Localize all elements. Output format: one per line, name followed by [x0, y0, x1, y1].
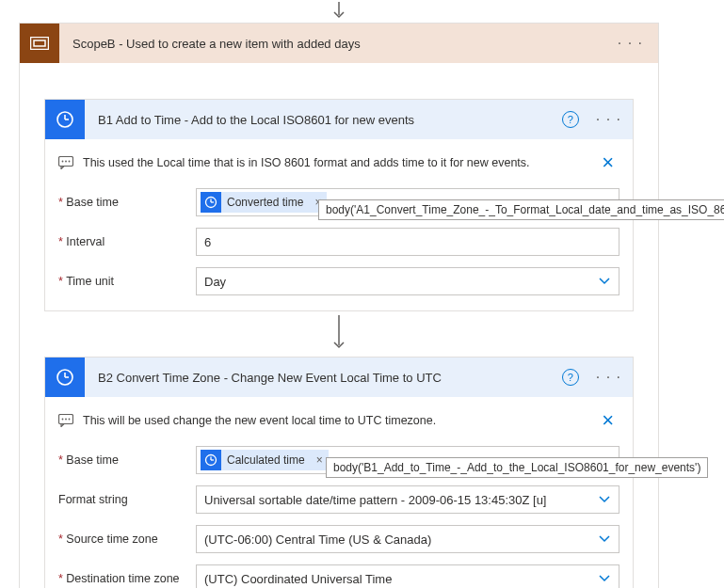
dest-tz-value: (UTC) Coordinated Universal Time [204, 572, 392, 586]
action-b1-header[interactable]: B1 Add to Time - Add to the Local ISO860… [45, 100, 633, 139]
close-icon[interactable]: × [596, 152, 619, 173]
token-label: Calculated time [227, 453, 311, 467]
interval-input[interactable] [196, 228, 619, 256]
svg-point-7 [62, 161, 64, 163]
base-time-tooltip-2: body('B1_Add_to_Time_-_Add_to_the_Local_… [326, 457, 708, 478]
comment-icon [58, 156, 73, 169]
base-time-tooltip: body('A1_Convert_Time_Zone_-_To_Format_L… [318, 199, 724, 220]
clock-icon [201, 192, 221, 213]
scope-icon [20, 24, 59, 63]
action-b2-menu[interactable]: · · · [592, 369, 625, 386]
format-string-select[interactable]: Universal sortable date/time pattern - 2… [196, 485, 619, 514]
chevron-down-icon [598, 493, 611, 507]
svg-point-18 [62, 419, 64, 421]
dest-tz-label: Destination time zone [58, 572, 196, 585]
svg-point-19 [65, 419, 67, 421]
base-time-label-2: Base time [58, 453, 196, 467]
action-b2-header[interactable]: B2 Convert Time Zone - Change New Event … [45, 358, 633, 397]
scope-header[interactable]: ScopeB - Used to create a new item with … [20, 24, 658, 63]
comment-icon [58, 414, 73, 427]
close-icon[interactable]: × [596, 410, 619, 431]
action-b2-card: B2 Convert Time Zone - Change New Event … [44, 357, 634, 588]
help-icon[interactable]: ? [562, 111, 579, 128]
action-b2-title: B2 Convert Time Zone - Change New Event … [85, 371, 562, 385]
token-label: Converted time [227, 196, 309, 209]
chevron-down-icon [598, 572, 611, 586]
chevron-down-icon [598, 532, 611, 547]
dest-tz-select[interactable]: (UTC) Coordinated Universal Time [196, 564, 619, 588]
action-b2-comment-row: This will be used change the new event l… [45, 397, 633, 440]
clock-icon [45, 358, 85, 397]
source-tz-label: Source time zone [58, 532, 196, 546]
scope-card: ScopeB - Used to create a new item with … [19, 23, 659, 588]
format-string-label: Format string [58, 493, 196, 506]
time-unit-select[interactable]: Day [196, 267, 619, 295]
source-tz-select[interactable]: (UTC-06:00) Central Time (US & Canada) [196, 525, 619, 553]
clock-icon [45, 100, 85, 139]
action-b1-comment: This used the Local time that is in ISO … [83, 156, 596, 169]
format-string-value: Universal sortable date/time pattern - 2… [204, 493, 547, 507]
base-time-label: Base time [58, 196, 196, 209]
action-b1-menu[interactable]: · · · [592, 111, 625, 128]
time-unit-label: Time unit [58, 275, 196, 288]
help-icon[interactable]: ? [562, 369, 579, 386]
source-tz-value: (UTC-06:00) Central Time (US & Canada) [204, 532, 431, 547]
time-unit-value: Day [204, 275, 226, 289]
chevron-down-icon [598, 275, 611, 289]
action-b1-title: B1 Add to Time - Add to the Local ISO860… [85, 113, 562, 127]
clock-icon [201, 450, 221, 470]
interval-label: Interval [58, 235, 196, 248]
scope-title: ScopeB - Used to create a new item with … [59, 37, 614, 51]
action-b1-comment-row: This used the Local time that is in ISO … [45, 139, 633, 183]
svg-point-9 [69, 161, 71, 163]
svg-rect-2 [34, 40, 45, 46]
action-b1-card: B1 Add to Time - Add to the Local ISO860… [44, 99, 634, 311]
svg-point-8 [65, 161, 67, 163]
svg-point-20 [69, 419, 71, 421]
calculated-time-token[interactable]: Calculated time × [201, 450, 329, 470]
converted-time-token[interactable]: Converted time × [201, 192, 327, 213]
scope-menu[interactable]: · · · [614, 35, 647, 52]
action-b2-comment: This will be used change the new event l… [83, 414, 596, 427]
